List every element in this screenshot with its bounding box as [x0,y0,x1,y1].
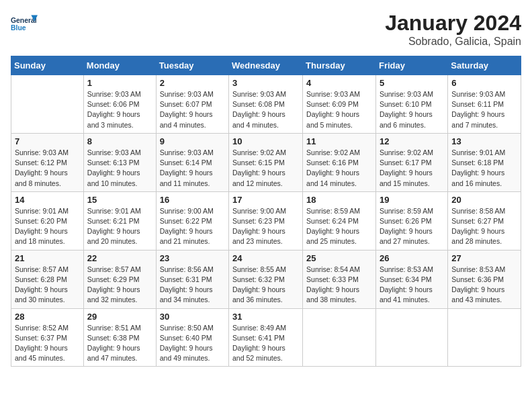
day-detail: Sunrise: 9:00 AMSunset: 6:23 PMDaylight:… [232,206,299,247]
day-cell: 4Sunrise: 9:03 AMSunset: 6:09 PMDaylight… [303,75,376,134]
day-cell [11,75,84,134]
col-header-thursday: Thursday [303,56,376,75]
day-number: 6 [451,78,517,88]
page-header: General Blue January 2024 Sobrado, Galic… [11,11,521,48]
title-block: January 2024 Sobrado, Galicia, Spain [385,11,521,48]
day-cell: 29Sunrise: 8:51 AMSunset: 6:38 PMDayligh… [83,308,156,367]
day-cell: 17Sunrise: 9:00 AMSunset: 6:23 PMDayligh… [229,191,303,250]
day-number: 3 [232,78,299,88]
day-cell: 27Sunrise: 8:53 AMSunset: 6:36 PMDayligh… [448,250,521,308]
day-number: 2 [160,78,225,88]
day-cell: 31Sunrise: 8:49 AMSunset: 6:41 PMDayligh… [229,308,303,367]
day-cell: 21Sunrise: 8:57 AMSunset: 6:28 PMDayligh… [11,250,84,308]
day-detail: Sunrise: 9:03 AMSunset: 6:10 PMDaylight:… [380,89,444,130]
day-cell: 26Sunrise: 8:53 AMSunset: 6:34 PMDayligh… [375,250,447,308]
day-detail: Sunrise: 9:00 AMSunset: 6:22 PMDaylight:… [160,206,225,247]
day-cell [448,308,521,367]
day-number: 7 [15,136,80,146]
day-detail: Sunrise: 8:55 AMSunset: 6:32 PMDaylight:… [232,265,299,306]
col-header-tuesday: Tuesday [156,56,228,75]
day-number: 14 [15,195,80,205]
day-number: 24 [232,253,299,263]
day-detail: Sunrise: 8:50 AMSunset: 6:40 PMDaylight:… [160,323,225,364]
logo-icon: General Blue [11,11,38,38]
day-cell: 15Sunrise: 9:01 AMSunset: 6:21 PMDayligh… [83,191,156,250]
day-number: 1 [87,78,152,88]
day-detail: Sunrise: 9:02 AMSunset: 6:15 PMDaylight:… [232,148,299,189]
day-cell: 7Sunrise: 9:03 AMSunset: 6:12 PMDaylight… [11,133,84,191]
day-cell: 18Sunrise: 8:59 AMSunset: 6:24 PMDayligh… [303,191,376,250]
col-header-sunday: Sunday [11,56,84,75]
day-number: 21 [15,253,80,263]
day-detail: Sunrise: 8:49 AMSunset: 6:41 PMDaylight:… [232,323,299,364]
day-number: 4 [306,78,372,88]
day-cell: 19Sunrise: 8:59 AMSunset: 6:26 PMDayligh… [375,191,447,250]
day-detail: Sunrise: 8:53 AMSunset: 6:36 PMDaylight:… [451,265,517,306]
day-detail: Sunrise: 9:03 AMSunset: 6:09 PMDaylight:… [306,89,372,130]
day-cell: 23Sunrise: 8:56 AMSunset: 6:31 PMDayligh… [156,250,228,308]
day-number: 30 [160,312,225,322]
day-cell: 1Sunrise: 9:03 AMSunset: 6:06 PMDaylight… [83,75,156,134]
day-detail: Sunrise: 9:03 AMSunset: 6:06 PMDaylight:… [87,89,152,130]
day-number: 27 [451,253,517,263]
day-detail: Sunrise: 8:59 AMSunset: 6:26 PMDaylight:… [380,206,444,247]
week-row-2: 7Sunrise: 9:03 AMSunset: 6:12 PMDaylight… [11,133,521,191]
day-number: 25 [306,253,372,263]
day-number: 15 [87,195,152,205]
day-detail: Sunrise: 9:03 AMSunset: 6:08 PMDaylight:… [232,89,299,130]
day-detail: Sunrise: 9:03 AMSunset: 6:11 PMDaylight:… [451,89,517,130]
day-detail: Sunrise: 8:58 AMSunset: 6:27 PMDaylight:… [451,206,517,247]
day-detail: Sunrise: 8:57 AMSunset: 6:28 PMDaylight:… [15,265,80,306]
col-header-monday: Monday [83,56,156,75]
day-cell: 8Sunrise: 9:03 AMSunset: 6:13 PMDaylight… [83,133,156,191]
day-cell: 12Sunrise: 9:02 AMSunset: 6:17 PMDayligh… [375,133,447,191]
week-row-5: 28Sunrise: 8:52 AMSunset: 6:37 PMDayligh… [11,308,521,367]
day-cell: 5Sunrise: 9:03 AMSunset: 6:10 PMDaylight… [375,75,447,134]
svg-text:Blue: Blue [11,24,26,32]
day-cell: 28Sunrise: 8:52 AMSunset: 6:37 PMDayligh… [11,308,84,367]
calendar-subtitle: Sobrado, Galicia, Spain [385,36,521,48]
day-number: 20 [451,195,517,205]
day-detail: Sunrise: 8:53 AMSunset: 6:34 PMDaylight:… [380,265,444,306]
day-cell: 9Sunrise: 9:03 AMSunset: 6:14 PMDaylight… [156,133,228,191]
day-cell: 25Sunrise: 8:54 AMSunset: 6:33 PMDayligh… [303,250,376,308]
day-number: 5 [380,78,444,88]
day-detail: Sunrise: 8:52 AMSunset: 6:37 PMDaylight:… [15,323,80,364]
col-header-saturday: Saturday [448,56,521,75]
day-cell [303,308,376,367]
logo: General Blue [11,11,40,38]
day-number: 10 [232,136,299,146]
day-detail: Sunrise: 8:54 AMSunset: 6:33 PMDaylight:… [306,265,372,306]
day-detail: Sunrise: 9:03 AMSunset: 6:13 PMDaylight:… [87,148,152,189]
day-number: 13 [451,136,517,146]
day-cell: 11Sunrise: 9:02 AMSunset: 6:16 PMDayligh… [303,133,376,191]
day-number: 31 [232,312,299,322]
day-number: 26 [380,253,444,263]
col-header-friday: Friday [375,56,447,75]
day-number: 22 [87,253,152,263]
day-number: 23 [160,253,225,263]
col-header-wednesday: Wednesday [229,56,303,75]
day-detail: Sunrise: 8:59 AMSunset: 6:24 PMDaylight:… [306,206,372,247]
day-number: 29 [87,312,152,322]
day-detail: Sunrise: 8:57 AMSunset: 6:29 PMDaylight:… [87,265,152,306]
day-number: 8 [87,136,152,146]
day-detail: Sunrise: 9:01 AMSunset: 6:20 PMDaylight:… [15,206,80,247]
day-cell: 24Sunrise: 8:55 AMSunset: 6:32 PMDayligh… [229,250,303,308]
day-detail: Sunrise: 9:02 AMSunset: 6:17 PMDaylight:… [380,148,444,189]
day-cell [375,308,447,367]
week-row-1: 1Sunrise: 9:03 AMSunset: 6:06 PMDaylight… [11,75,521,134]
day-cell: 14Sunrise: 9:01 AMSunset: 6:20 PMDayligh… [11,191,84,250]
day-detail: Sunrise: 9:01 AMSunset: 6:18 PMDaylight:… [451,148,517,189]
day-number: 9 [160,136,225,146]
day-detail: Sunrise: 9:03 AMSunset: 6:14 PMDaylight:… [160,148,225,189]
day-detail: Sunrise: 8:56 AMSunset: 6:31 PMDaylight:… [160,265,225,306]
day-detail: Sunrise: 9:03 AMSunset: 6:07 PMDaylight:… [160,89,225,130]
day-number: 18 [306,195,372,205]
day-detail: Sunrise: 9:03 AMSunset: 6:12 PMDaylight:… [15,148,80,189]
day-number: 11 [306,136,372,146]
day-cell: 3Sunrise: 9:03 AMSunset: 6:08 PMDaylight… [229,75,303,134]
week-row-3: 14Sunrise: 9:01 AMSunset: 6:20 PMDayligh… [11,191,521,250]
calendar-table: SundayMondayTuesdayWednesdayThursdayFrid… [11,56,521,367]
day-number: 28 [15,312,80,322]
